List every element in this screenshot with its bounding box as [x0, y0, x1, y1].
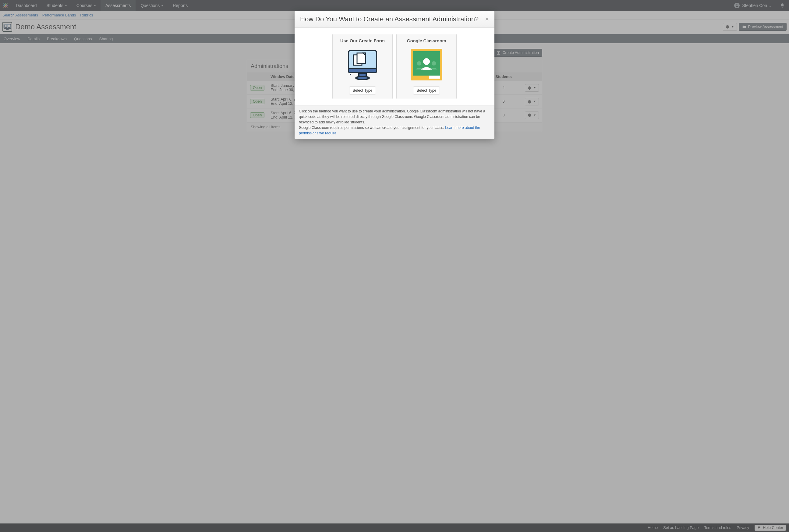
modal-title: How Do You Want to Create an Assessment … — [300, 15, 479, 23]
option-google-classroom: Google Classroom Select — [396, 34, 457, 99]
close-icon: × — [485, 15, 489, 23]
svg-point-18 — [417, 61, 421, 65]
option-google-classroom-title: Google Classroom — [407, 38, 446, 43]
svg-rect-20 — [429, 76, 440, 79]
option-create-form: Use Our Create Form — [332, 34, 393, 99]
modal-close-button[interactable]: × — [485, 16, 489, 22]
select-type-label: Select Type — [352, 88, 372, 93]
select-type-label: Select Type — [417, 88, 436, 93]
modal-footer-line2a: Google Classroom requires permissions so… — [299, 126, 445, 130]
create-administration-modal: How Do You Want to Create an Assessment … — [294, 11, 495, 139]
modal-footer-line1: Click on the method you want to use to c… — [299, 109, 485, 124]
svg-point-10 — [356, 76, 369, 79]
modal-overlay: How Do You Want to Create an Assessment … — [0, 0, 789, 532]
svg-point-13 — [374, 72, 375, 73]
google-classroom-icon — [408, 46, 445, 83]
create-form-computer-icon — [344, 46, 381, 83]
option-create-form-title: Use Our Create Form — [340, 38, 385, 43]
svg-point-14 — [350, 74, 351, 75]
select-google-classroom-button[interactable]: Select Type — [413, 87, 440, 94]
svg-rect-8 — [348, 68, 377, 73]
svg-point-19 — [432, 61, 436, 65]
modal-footer: Click on the method you want to use to c… — [294, 105, 495, 139]
select-create-form-button[interactable]: Select Type — [349, 87, 376, 94]
svg-point-17 — [423, 58, 430, 65]
